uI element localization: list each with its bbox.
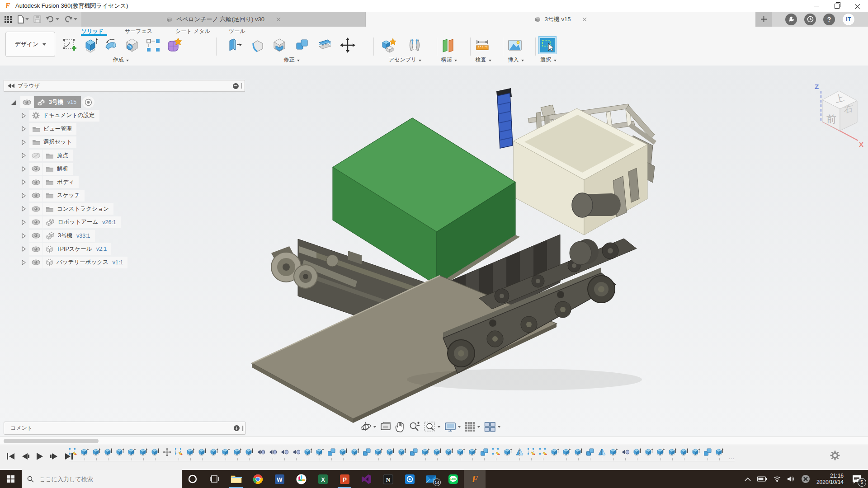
split-body-button[interactable] (316, 37, 334, 54)
expand-arrow-icon[interactable] (22, 179, 26, 185)
timeline-feature-extrude[interactable] (504, 448, 512, 460)
measure-button[interactable] (474, 37, 491, 54)
notion-app-icon[interactable]: N (377, 470, 399, 488)
start-button[interactable] (0, 470, 22, 488)
document-tab-active[interactable]: 3号機 v15 (366, 12, 755, 27)
tray-chevron-icon[interactable] (745, 477, 751, 481)
timeline-feature-extrude[interactable] (656, 448, 665, 460)
timeline-feature-extrude[interactable] (351, 448, 359, 460)
close-tab-icon[interactable] (582, 17, 587, 22)
timeline-feature-mirror[interactable] (515, 448, 524, 460)
timeline-feature-sketch[interactable] (527, 448, 536, 460)
comment-bar[interactable]: コメント (4, 422, 246, 435)
construct-plane-button[interactable] (439, 37, 457, 54)
expand-arrow-icon[interactable] (22, 166, 26, 172)
timeline-feature-extrude[interactable] (633, 448, 642, 460)
mail-app-icon[interactable]: 14 (420, 470, 442, 488)
tree-row[interactable]: コンストラクション (22, 203, 113, 215)
timeline-feature-extrude[interactable] (468, 448, 477, 460)
insert-group-label[interactable]: 挿入 (500, 56, 532, 64)
timeline-feature-combine[interactable] (327, 448, 336, 460)
workspace-selector[interactable]: デザイン (5, 32, 55, 57)
tree-item[interactable]: ドキュメントの設定 (29, 110, 99, 122)
viewports-button[interactable] (484, 422, 500, 432)
model-viewport[interactable]: Z X 上 前 右 ブラウザ 3号機v15ドキュメントの設定ビュー管理選択セット… (0, 66, 868, 436)
tree-row[interactable]: 選択セット (22, 136, 76, 148)
job-status-button[interactable] (804, 14, 816, 25)
timeline-feature-sketch[interactable] (492, 448, 500, 460)
document-tab-inactive[interactable]: ペペロンチーノ 六輪(足回り) v30 (81, 12, 366, 27)
tree-row[interactable]: 3号機v33:1 (22, 230, 95, 242)
timeline-feature-extrude[interactable] (198, 448, 207, 460)
close-button[interactable] (847, 0, 868, 12)
timeline-feature-revolve[interactable] (269, 448, 277, 460)
ribbon-tab-tools[interactable]: ツール (229, 28, 245, 35)
panel-grip[interactable] (242, 426, 243, 431)
timeline-feature-extrude[interactable] (562, 448, 571, 460)
tree-item[interactable]: 解析 (43, 163, 73, 175)
maximize-button[interactable] (826, 0, 847, 12)
create-form-button[interactable] (165, 37, 183, 54)
tree-row[interactable]: ロボットアームv26:1 (22, 216, 121, 228)
visibility-eye-icon[interactable] (29, 190, 42, 202)
inspect-group-label[interactable]: 検査 (467, 56, 499, 64)
visibility-eye-icon[interactable] (29, 176, 42, 188)
redo-button[interactable] (62, 14, 79, 25)
visual-studio-app-icon[interactable] (355, 470, 377, 488)
orbit-button[interactable] (360, 422, 376, 432)
visibility-eye-icon[interactable] (29, 216, 42, 228)
ribbon-tab-sheetmetal[interactable]: シート メタル (175, 28, 210, 35)
timeline-feature-extrude[interactable] (186, 448, 195, 460)
tree-item[interactable]: ビュー管理 (29, 123, 76, 135)
expand-arrow-icon[interactable] (22, 153, 26, 158)
search-input[interactable] (38, 475, 158, 483)
timeline-feature-extrude[interactable] (116, 448, 124, 460)
tree-root-row[interactable]: 3号機v15 (11, 96, 95, 108)
tree-row[interactable]: ボディ (22, 176, 79, 188)
timeline-feature-move[interactable] (163, 448, 171, 460)
tree-item[interactable]: バッテリーボックスv1:1 (43, 257, 127, 268)
tree-item[interactable]: コンストラクション (43, 203, 113, 215)
shell-button[interactable] (271, 37, 288, 54)
rectangular-pattern-button[interactable] (145, 37, 162, 54)
close-tab-icon[interactable] (276, 17, 281, 22)
timeline-feature-sketch[interactable] (175, 448, 183, 460)
extensions-button[interactable] (785, 14, 797, 25)
tree-row[interactable]: 原点 (22, 150, 73, 161)
create-group-label[interactable]: 作成 (61, 56, 180, 64)
timeline-feature-revolve[interactable] (257, 448, 265, 460)
timeline-feature-extrude[interactable] (645, 448, 653, 460)
expand-arrow-icon[interactable] (22, 193, 26, 198)
tree-row[interactable]: ビュー管理 (22, 123, 76, 135)
step-forward-button[interactable] (49, 451, 60, 461)
help-button[interactable]: ? (823, 14, 835, 25)
visibility-eye-icon[interactable] (29, 243, 42, 255)
undo-button[interactable] (44, 14, 61, 25)
taskbar-search[interactable] (22, 470, 182, 488)
timeline-scroll-thumb[interactable] (4, 439, 99, 443)
expand-arrow-icon[interactable] (22, 113, 26, 118)
timeline-feature-extrude[interactable] (421, 448, 430, 460)
chrome-app-icon[interactable] (247, 470, 269, 488)
visibility-eye-icon[interactable] (29, 203, 42, 215)
timeline-feature-extrude[interactable] (609, 448, 618, 460)
tree-item[interactable]: 選択セット (29, 136, 76, 148)
tree-item[interactable]: 3号機v15 (34, 96, 81, 108)
cortana-button[interactable] (182, 470, 203, 488)
timeline-feature-extrude[interactable] (245, 448, 254, 460)
tree-row[interactable]: TPIPスケールv2:1 (22, 243, 111, 255)
word-app-icon[interactable]: W (269, 470, 290, 488)
hole-button[interactable] (124, 37, 141, 54)
timeline-scrollbar[interactable] (0, 436, 868, 445)
expand-arrow-icon[interactable] (22, 140, 26, 145)
minimize-button[interactable] (806, 0, 826, 12)
timeline-feature-extrude[interactable] (222, 448, 230, 460)
tree-item[interactable]: 原点 (43, 150, 73, 161)
timeline-feature-revolve[interactable] (621, 448, 630, 460)
timeline-feature-extrude[interactable] (445, 448, 453, 460)
account-avatar[interactable]: IT (842, 13, 855, 26)
construct-group-label[interactable]: 構築 (433, 56, 465, 64)
timeline-feature-extrude[interactable] (457, 448, 465, 460)
timeline-feature-extrude[interactable] (210, 448, 218, 460)
visibility-off-icon[interactable] (29, 150, 42, 161)
